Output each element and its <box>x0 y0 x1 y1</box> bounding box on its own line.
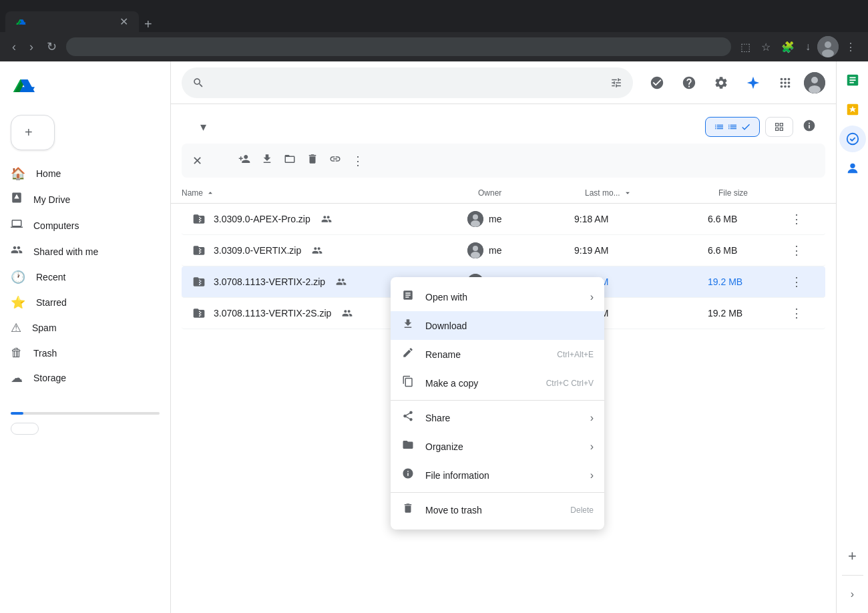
svg-point-24 <box>850 164 855 168</box>
bookmark-icon[interactable]: ☆ <box>757 36 775 57</box>
table-row[interactable]: 3.0309.0-APEX-Pro.zip me 9:18 AM 6.6 MB … <box>182 204 825 235</box>
storage-icon: ☁ <box>11 371 23 385</box>
search-input[interactable] <box>212 77 602 89</box>
svg-point-2 <box>822 49 834 57</box>
download-browser-icon[interactable]: ↓ <box>801 36 815 57</box>
share-selection-btn[interactable] <box>234 149 254 172</box>
move-selection-btn[interactable] <box>280 149 300 172</box>
search-settings-icon[interactable] <box>610 76 622 89</box>
accounts-icon-btn[interactable] <box>644 69 670 96</box>
ctx-item-file-info[interactable]: File information › <box>391 461 604 489</box>
context-menu-divider <box>391 492 604 493</box>
gemini-icon-btn[interactable] <box>740 69 767 96</box>
file-list-header: Name Owner Last mo... File size <box>171 183 836 204</box>
selection-close-btn[interactable]: ✕ <box>192 154 202 168</box>
more-actions-btn[interactable]: ⋮ <box>788 209 805 229</box>
browser-chrome: ✕ + <box>0 0 868 32</box>
sidebar-item-storage[interactable]: ☁ Storage <box>0 365 160 391</box>
ctx-item-download[interactable]: Download <box>391 311 604 340</box>
sidebar-item-trash-label: Trash <box>33 348 57 359</box>
open-with-icon <box>401 289 415 304</box>
tab-close-btn[interactable]: ✕ <box>120 15 128 28</box>
more-actions-btn[interactable]: ⋮ <box>788 240 805 260</box>
browser-avatar[interactable] <box>817 36 839 57</box>
submenu-arrow-icon: › <box>590 469 594 481</box>
address-bar[interactable] <box>66 37 731 56</box>
sidebar-item-recent[interactable]: 🕐 Recent <box>0 264 160 290</box>
get-storage-button[interactable] <box>11 423 39 435</box>
col-name-header[interactable]: Name <box>182 188 478 198</box>
folder-dropdown-icon[interactable]: ▾ <box>200 120 206 134</box>
list-view-btn[interactable] <box>705 117 760 137</box>
user-avatar[interactable] <box>804 72 825 93</box>
settings-icon-btn[interactable] <box>708 69 734 96</box>
link-selection-btn[interactable] <box>325 149 345 172</box>
tasks-panel-icon[interactable] <box>839 126 866 152</box>
more-actions-btn[interactable]: ⋮ <box>788 303 805 323</box>
ctx-item-rename[interactable]: Rename Ctrl+Alt+E <box>391 340 604 369</box>
search-icon <box>192 76 204 89</box>
reload-btn[interactable]: ↻ <box>43 37 61 57</box>
forward-btn[interactable]: › <box>25 37 37 57</box>
svg-point-8 <box>471 220 480 227</box>
open-with-label: Open with <box>425 292 467 302</box>
active-tab[interactable]: ✕ <box>5 11 139 32</box>
add-panel-icon[interactable]: + <box>839 543 866 570</box>
owner-cell: me <box>467 211 574 227</box>
ctx-item-organize[interactable]: Organize › <box>391 432 604 461</box>
more-actions-cell: ⋮ <box>788 303 815 323</box>
sidebar-item-computers[interactable]: Computers <box>0 212 160 238</box>
sidebar-item-spam[interactable]: ⚠ Spam <box>0 315 160 341</box>
cast-icon[interactable]: ⬚ <box>736 36 754 57</box>
help-icon-btn[interactable] <box>676 69 702 96</box>
grid-view-btn[interactable] <box>765 117 793 137</box>
browser-menu-icon[interactable]: ⋮ <box>841 36 860 57</box>
topbar <box>171 61 836 104</box>
extension-icon[interactable]: 🧩 <box>777 36 799 57</box>
spam-icon: ⚠ <box>11 321 21 335</box>
contacts-panel-icon[interactable] <box>839 155 866 182</box>
col-actions-header <box>799 188 825 198</box>
download-icon <box>401 318 415 333</box>
more-selection-btn[interactable]: ⋮ <box>348 149 368 172</box>
submenu-arrow-icon: › <box>590 441 594 453</box>
svg-point-5 <box>809 85 821 93</box>
download-selection-btn[interactable] <box>257 149 277 172</box>
selection-bar: ✕ ⋮ <box>182 144 825 178</box>
new-button[interactable]: + <box>11 115 55 150</box>
sheets-panel-icon[interactable] <box>839 67 866 93</box>
storage-section <box>0 396 170 445</box>
delete-selection-btn[interactable] <box>302 149 322 172</box>
shared-icon <box>312 245 322 256</box>
sidebar-nav: 🏠 Home My Drive Computers Shared with <box>0 161 170 391</box>
apps-icon-btn[interactable] <box>772 69 799 96</box>
more-actions-btn[interactable]: ⋮ <box>788 272 805 292</box>
file-name: 3.0309.0-APEX-Pro.zip <box>214 214 310 224</box>
svg-rect-21 <box>849 82 853 83</box>
new-tab-btn[interactable]: + <box>142 17 155 32</box>
sidebar-item-shared[interactable]: Shared with me <box>0 238 160 264</box>
col-size-header[interactable]: File size <box>718 188 799 198</box>
submenu-arrow-icon: › <box>590 291 594 303</box>
ctx-item-move-to-trash[interactable]: Move to trash Delete <box>391 495 604 524</box>
sidebar-item-trash[interactable]: 🗑 Trash <box>0 341 160 365</box>
ctx-item-open-with[interactable]: Open with › <box>391 282 604 311</box>
ctx-item-share[interactable]: Share › <box>391 403 604 432</box>
keep-panel-icon[interactable] <box>839 96 866 123</box>
sidebar-item-home[interactable]: 🏠 Home <box>0 161 160 186</box>
ctx-item-make-copy[interactable]: Make a copy Ctrl+C Ctrl+V <box>391 369 604 397</box>
sidebar-item-starred[interactable]: ⭐ Starred <box>0 290 160 315</box>
sidebar-header <box>0 67 170 110</box>
col-owner-header[interactable]: Owner <box>478 188 585 198</box>
shared-icon <box>342 308 353 319</box>
expand-panel-icon[interactable]: › <box>839 581 866 608</box>
table-row[interactable]: 3.0309.0-VERTIX.zip me 9:19 AM 6.6 MB ⋮ <box>182 235 825 266</box>
sidebar-item-my-drive[interactable]: My Drive <box>0 186 160 212</box>
owner-avatar <box>467 211 483 227</box>
file-size: 6.6 MB <box>708 245 788 256</box>
col-modified-header[interactable]: Last mo... <box>585 188 718 198</box>
shared-icon <box>11 244 23 259</box>
shortcut-label: Delete <box>570 505 594 515</box>
info-btn[interactable] <box>799 115 820 138</box>
back-btn[interactable]: ‹ <box>8 37 20 57</box>
